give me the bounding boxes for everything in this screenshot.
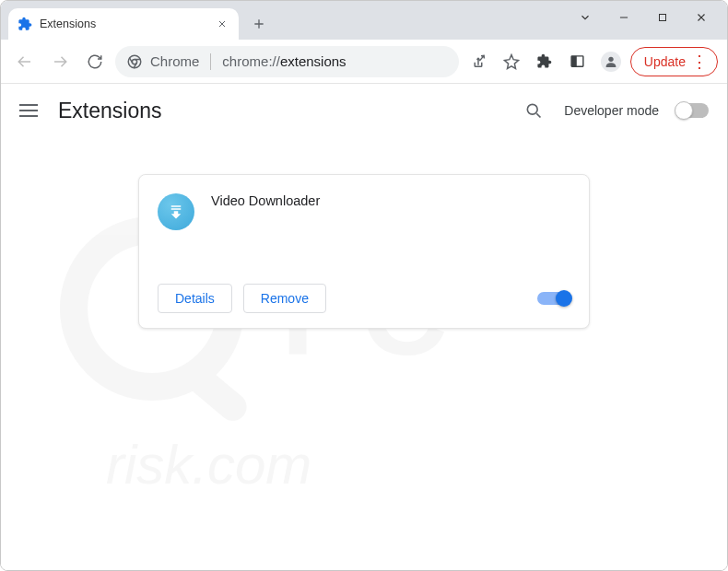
chevron-down-icon[interactable] <box>576 11 594 24</box>
browser-tab[interactable]: Extensions <box>8 8 239 40</box>
address-app: Chrome <box>150 53 199 69</box>
address-bar[interactable]: Chrome chrome://extensions <box>115 46 459 77</box>
url-bar-row: Chrome chrome://extensions Update ⋮ <box>1 40 727 84</box>
update-label: Update <box>644 54 686 69</box>
maximize-button[interactable] <box>653 12 672 23</box>
sidepanel-icon[interactable] <box>564 48 592 76</box>
extensions-icon[interactable] <box>531 48 558 76</box>
developer-mode-label: Developer mode <box>564 103 659 118</box>
forward-button[interactable] <box>45 47 75 76</box>
developer-mode-toggle[interactable] <box>675 103 709 118</box>
minimize-button[interactable] <box>615 11 633 24</box>
svg-rect-7 <box>185 364 252 426</box>
tab-close-icon[interactable] <box>215 17 229 31</box>
extensions-header: Extensions Developer mode <box>1 84 727 137</box>
extension-icon <box>158 193 194 230</box>
address-divider <box>210 53 211 70</box>
svg-text:risk.com: risk.com <box>106 434 311 495</box>
extension-card: Video Downloader Details Remove <box>138 174 590 329</box>
close-button[interactable] <box>692 11 710 24</box>
share-icon[interactable] <box>464 48 492 76</box>
menu-icon[interactable] <box>19 104 38 117</box>
star-icon[interactable] <box>498 48 525 76</box>
svg-point-10 <box>528 104 538 114</box>
svg-point-5 <box>608 56 613 61</box>
update-button[interactable]: Update ⋮ <box>630 47 718 76</box>
remove-button[interactable]: Remove <box>243 284 326 313</box>
address-prefix: chrome:// <box>222 53 280 69</box>
extension-enabled-toggle[interactable] <box>537 292 570 305</box>
puzzle-icon <box>18 17 32 31</box>
address-path: extensions <box>280 53 346 69</box>
titlebar: Extensions <box>1 1 727 40</box>
profile-icon[interactable] <box>597 48 625 76</box>
search-icon[interactable] <box>520 97 547 124</box>
new-tab-button[interactable] <box>246 11 272 37</box>
extension-name: Video Downloader <box>211 193 320 276</box>
reload-button[interactable] <box>80 47 110 76</box>
details-button[interactable]: Details <box>158 284 232 313</box>
chrome-icon <box>126 53 143 70</box>
page-content: PC risk.com Extensions Developer mode <box>1 84 727 570</box>
svg-rect-0 <box>660 15 666 21</box>
svg-rect-4 <box>571 56 577 66</box>
page-title: Extensions <box>58 99 162 123</box>
tab-title: Extensions <box>40 17 96 30</box>
window-controls <box>576 1 727 34</box>
back-button[interactable] <box>10 47 40 76</box>
